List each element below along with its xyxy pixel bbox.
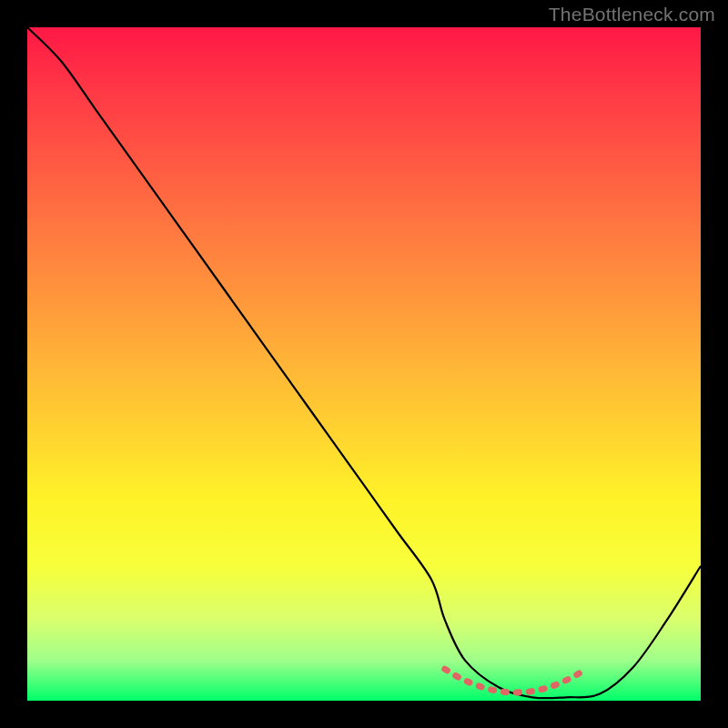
chart-container: TheBottleneck.com: [0, 0, 728, 728]
curve-svg: [27, 27, 701, 701]
watermark-text: TheBottleneck.com: [549, 4, 715, 25]
optimal-range-dash: [445, 669, 586, 693]
plot-area: [27, 27, 701, 701]
bottleneck-curve: [27, 27, 701, 698]
